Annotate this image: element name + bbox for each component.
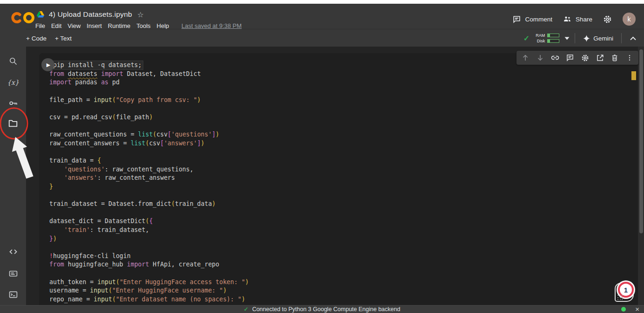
code-line: raw_content_questions = list(csv['questi… [49,130,249,139]
cell-toolbar [517,51,638,65]
code-line: !huggingface-cli login [49,252,249,261]
drive-icon [36,10,45,19]
code-snippets-icon[interactable] [8,246,18,257]
header-bar: 4) Upload Datasets.ipynb ☆ FileEditViewI… [0,4,644,29]
code-line: dataset_dict = DatasetDict({ [49,217,249,226]
step-badge-dots [617,295,623,300]
copy-link-to-cell-icon[interactable] [550,53,560,62]
code-line [49,104,249,113]
code-line: train_dataset = Dataset.from_dict(train_… [49,200,249,209]
files-folder-icon[interactable] [8,118,18,129]
code-line [49,243,249,252]
code-line: train_data = { [49,156,249,165]
warning-overview-marker [631,71,636,80]
comment-label: Comment [525,16,552,23]
code-lines[interactable]: !pip install -q datasets;from datasets i… [49,61,249,304]
ram-label: RAM [535,33,545,38]
code-line: csv = pd.read_csv(file_path) [49,113,249,122]
divider [575,33,575,43]
colab-logo-icon[interactable] [9,11,36,24]
menu-file[interactable]: File [35,22,45,29]
ram-bar [547,34,559,37]
divider [621,33,622,43]
connection-dot [621,307,626,312]
comment-button[interactable]: Comment [512,15,552,24]
code-line [49,148,249,156]
code-line: from huggingface_hub import HfApi, creat… [49,260,249,269]
code-line [49,191,249,200]
status-text: Connected to Python 3 Google Compute Eng… [252,306,400,313]
more-cell-actions-icon[interactable] [625,53,634,62]
menu-edit[interactable]: Edit [51,22,61,29]
sparkle-icon [583,35,590,42]
gemini-label: Gemini [593,35,613,42]
disk-label: Disk [535,39,545,43]
menu-insert[interactable]: Insert [87,22,102,29]
menu-tools[interactable]: Tools [136,22,150,29]
code-line: !pip install -q datasets; [49,61,249,70]
code-line: repo_name = input("Enter dataset name (n… [49,295,249,304]
ram-disk-gauge[interactable]: RAM Disk [535,33,559,43]
avatar[interactable]: k [623,13,636,26]
star-icon[interactable]: ☆ [137,10,144,19]
notebook-title[interactable]: 4) Upload Datasets.ipynb [49,10,132,19]
share-label: Share [576,16,592,23]
search-icon[interactable] [8,56,18,66]
code-line [49,87,249,96]
scrollbar-thumb[interactable] [639,49,643,233]
code-line: username = input("Enter HuggingFace user… [49,286,249,295]
code-line: raw_content_answers = list(csv['answers'… [49,139,249,148]
variables-icon[interactable]: {x} [8,77,18,88]
share-icon [563,14,572,24]
step-number: 1 [624,286,628,294]
editor-settings-gear-icon[interactable] [580,53,590,62]
gemini-button[interactable]: Gemini [580,35,616,42]
collapse-toolbar-chevron-icon[interactable] [627,36,639,41]
status-close-icon[interactable]: × [635,305,639,313]
add-text-button[interactable]: + Text [55,35,72,42]
terminal-icon[interactable] [8,289,18,299]
disk-bar [547,39,559,43]
code-line: 'questions': raw_content_questions, [49,165,249,174]
settings-gear-icon[interactable] [603,14,612,24]
code-line [49,209,249,218]
connected-check-icon: ✓ [523,34,530,43]
code-line: import pandas as pd [49,78,249,87]
left-sidebar [0,29,26,305]
last-saved-link[interactable]: Last saved at 9:38 PM [181,22,242,29]
menu-help[interactable]: Help [157,22,169,29]
resources-caret-down-icon[interactable] [564,37,570,40]
code-line: 'answers': raw_content_answers [49,174,249,183]
mirror-cell-in-tab-icon[interactable] [595,53,604,62]
move-cell-down-icon[interactable] [536,53,545,62]
code-line: auth_token = input("Enter HuggingFace ac… [49,278,249,287]
menu-runtime[interactable]: Runtime [108,22,130,29]
screenshot-top-strip [0,0,644,4]
code-line [49,269,249,278]
code-line [49,122,249,130]
notebook-toolbar: + Code + Text ✓ RAM Disk Gemini [0,29,644,47]
menu-view[interactable]: View [67,22,80,29]
add-code-button[interactable]: + Code [26,35,47,42]
add-comment-icon[interactable] [565,53,575,62]
command-palette-icon[interactable] [8,268,18,279]
status-bar: ✓ Connected to Python 3 Google Compute E… [0,305,644,313]
status-check-icon: ✓ [244,306,248,313]
move-cell-up-icon[interactable] [521,53,530,62]
code-line: file_path = input("Copy path from csv: "… [49,96,249,105]
code-line: }) [49,235,249,244]
run-cell-button[interactable]: ▶ [41,58,54,71]
share-button[interactable]: Share [563,14,592,24]
code-line: } [49,183,249,191]
secrets-key-icon[interactable] [8,98,18,108]
delete-cell-icon[interactable] [610,53,619,62]
code-line: from datasets import Dataset, DatasetDic… [49,70,249,79]
comment-icon [512,15,521,24]
code-line: 'train': train_dataset, [49,226,249,235]
